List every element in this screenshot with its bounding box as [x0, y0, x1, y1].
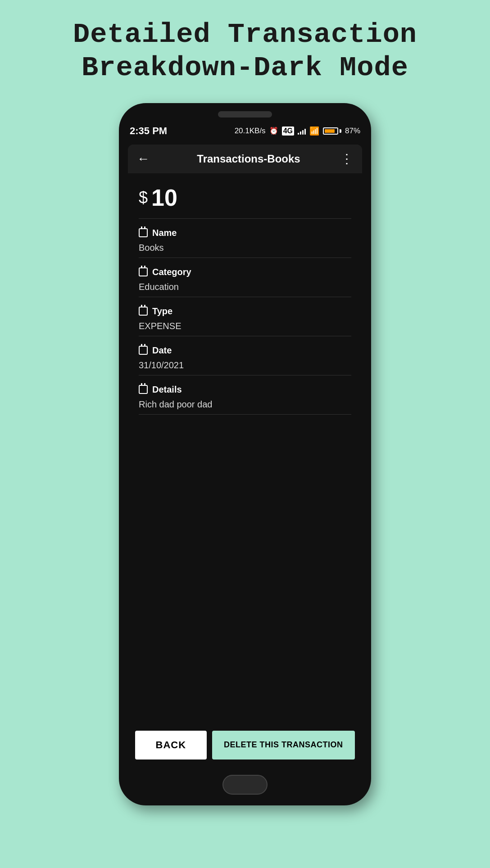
signal-icon	[298, 127, 306, 135]
status-time: 2:35 PM	[130, 125, 167, 137]
field-date-section: Date 31/10/2021	[139, 345, 351, 375]
phone-speaker	[218, 111, 272, 118]
field-name-value: Books	[139, 243, 351, 258]
amount-section: $ 10	[139, 184, 351, 219]
calendar-icon-details	[139, 385, 148, 394]
field-date-value: 31/10/2021	[139, 360, 351, 375]
field-type-label: Type	[152, 306, 172, 316]
home-button-area	[119, 767, 371, 805]
field-type-value: EXPENSE	[139, 321, 351, 336]
field-category-value: Education	[139, 282, 351, 297]
network-speed: 20.1KB/s	[235, 127, 266, 136]
back-button[interactable]: BACK	[135, 731, 207, 760]
field-details-label: Details	[152, 384, 182, 395]
calendar-icon-name	[139, 228, 148, 237]
back-arrow-button[interactable]: ←	[137, 152, 150, 166]
wifi-icon: 📶	[309, 126, 319, 136]
page-title: Detailed Transaction Breakdown-Dark Mode	[73, 18, 417, 85]
field-name-label: Name	[152, 228, 177, 238]
calendar-icon-category	[139, 267, 148, 276]
bottom-bar: BACK DELETE THIS TRANSACTION	[128, 723, 362, 767]
header-title: Transactions-Books	[157, 153, 340, 165]
home-button[interactable]	[222, 775, 268, 795]
currency-symbol: $	[139, 188, 148, 207]
field-name-section: Name Books	[139, 228, 351, 258]
calendar-icon-type	[139, 307, 148, 316]
phone-frame: 2:35 PM 20.1KB/s ⏰ 4G 📶 87% ← Transactio…	[119, 103, 371, 805]
status-right-icons: 20.1KB/s ⏰ 4G 📶 87%	[235, 126, 360, 136]
app-screen: ← Transactions-Books ⋮ $ 10 Name Books	[128, 145, 362, 767]
battery-icon	[323, 127, 341, 135]
app-header: ← Transactions-Books ⋮	[128, 145, 362, 173]
menu-dots-button[interactable]: ⋮	[340, 151, 353, 166]
status-bar: 2:35 PM 20.1KB/s ⏰ 4G 📶 87%	[119, 121, 371, 141]
calendar-icon-date	[139, 346, 148, 355]
clock-icon: ⏰	[269, 127, 278, 135]
main-content: $ 10 Name Books Category Education	[128, 173, 362, 723]
field-details-section: Details Rich dad poor dad	[139, 384, 351, 415]
amount-value: 10	[151, 184, 177, 211]
delete-button[interactable]: DELETE THIS TRANSACTION	[212, 731, 355, 760]
field-date-label: Date	[152, 345, 172, 356]
field-category-label: Category	[152, 267, 191, 277]
battery-percent: 87%	[345, 127, 360, 136]
field-type-section: Type EXPENSE	[139, 306, 351, 336]
field-category-section: Category Education	[139, 267, 351, 297]
network-type-icon: 4G	[282, 127, 294, 136]
field-details-value: Rich dad poor dad	[139, 399, 351, 415]
